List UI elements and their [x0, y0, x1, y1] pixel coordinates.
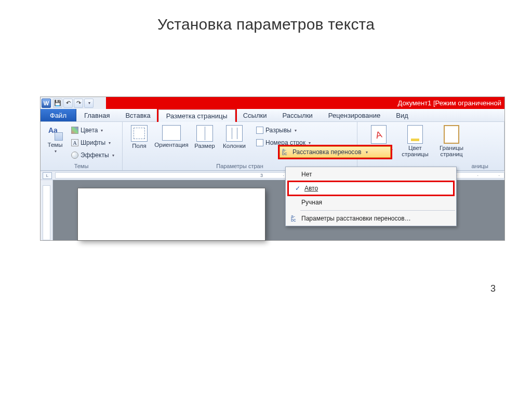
hyphenation-menu-manual-label: Ручная: [301, 199, 322, 206]
tab-file[interactable]: Файл: [41, 109, 76, 121]
qat-customize-icon[interactable]: ▾: [84, 99, 94, 108]
document-page[interactable]: [78, 188, 265, 240]
watermark-icon: [371, 125, 387, 144]
chevron-down-icon: ▾: [295, 128, 297, 133]
tab-mailings[interactable]: Рассылки: [275, 109, 321, 121]
orientation-button[interactable]: Ориентация: [153, 123, 190, 149]
page-color-icon: [407, 125, 423, 144]
font-icon: A: [71, 139, 78, 146]
theme-effects-button[interactable]: Эффекты ▾: [69, 149, 118, 161]
columns-label: Колонки: [223, 143, 246, 149]
hyphenation-menu-options[interactable]: a-bc Параметры расстановки переносов…: [286, 212, 456, 225]
orientation-label: Ориентация: [154, 142, 188, 148]
window-title-text: Документ1 [Режим ограниченной: [106, 97, 504, 109]
effects-icon: [71, 152, 78, 159]
page-borders-icon: [444, 125, 459, 144]
qat-save-icon[interactable]: 💾: [53, 99, 62, 108]
hyphenation-icon: a-bc: [282, 148, 289, 156]
hyphenation-menu-manual[interactable]: Ручная: [286, 196, 456, 209]
themes-icon: [47, 125, 63, 141]
breaks-icon: [256, 127, 263, 134]
tab-home[interactable]: Главная: [76, 109, 117, 121]
chevron-down-icon: ▾: [101, 128, 103, 133]
line-numbers-label: Номера строк: [265, 139, 305, 146]
page-color-button[interactable]: Цвет страницы: [398, 123, 432, 159]
hyphenation-button[interactable]: a-bc Расстановка переносов ▾: [280, 146, 391, 158]
breaks-label: Разрывы: [265, 127, 291, 134]
tab-page-layout[interactable]: Разметка страницы: [158, 109, 235, 122]
margins-button[interactable]: Поля: [127, 123, 152, 150]
qat-redo-icon[interactable]: ↷: [74, 99, 83, 108]
app-icon: W: [42, 99, 51, 108]
ruler-vertical[interactable]: [41, 180, 53, 240]
themes-group-label: Темы: [41, 163, 122, 169]
chevron-down-icon: ▾: [366, 150, 368, 155]
quick-access-toolbar: 💾 ↶ ↷ ▾: [53, 99, 94, 108]
hyphenation-menu-none-label: Нет: [301, 171, 312, 178]
orientation-icon: [162, 125, 181, 141]
size-icon: [196, 125, 213, 142]
chevron-down-icon: ▾: [112, 153, 114, 158]
page-borders-button[interactable]: Границы страниц: [435, 123, 468, 159]
ruler-corner-icon[interactable]: L: [43, 172, 52, 179]
slide-title: Установка параметров текста: [0, 16, 532, 33]
hyphenation-menu-auto-label: Авто: [304, 185, 318, 192]
theme-colors-button[interactable]: Цвета ▾: [69, 125, 118, 136]
theme-fonts-button[interactable]: A Шрифты ▾: [69, 137, 118, 148]
hyphenation-menu: Нет ✓ Авто Ручная a-bc Параметры расстан…: [285, 167, 457, 226]
palette-icon: [71, 127, 78, 134]
check-icon: ✓: [291, 185, 304, 192]
tab-view[interactable]: Вид: [388, 109, 416, 121]
ribbon-tabs: Файл Главная Вставка Разметка страницы С…: [41, 109, 504, 122]
hyphenation-menu-auto[interactable]: ✓ Авто: [289, 182, 453, 195]
line-numbers-icon: [256, 139, 263, 146]
chevron-down-icon: ▾: [109, 141, 111, 145]
themes-button[interactable]: Темы ▾: [44, 123, 66, 155]
columns-icon: [226, 125, 243, 142]
slide-page-number: 3: [490, 283, 496, 294]
theme-effects-label: Эффекты: [81, 152, 109, 159]
tab-references[interactable]: Ссылки: [235, 109, 275, 121]
size-button[interactable]: Размер: [191, 123, 218, 150]
hyphenation-menu-options-label: Параметры расстановки переносов…: [301, 215, 411, 222]
themes-button-label: Темы: [48, 142, 63, 148]
breaks-button[interactable]: Разрывы ▾: [254, 125, 314, 136]
tab-insert[interactable]: Вставка: [117, 109, 158, 121]
page-color-label: Цвет страницы: [398, 145, 432, 157]
ribbon-body: Темы ▾ Цвета ▾ A Шрифты ▾: [41, 122, 504, 171]
hyphenation-label: Расстановка переносов: [292, 148, 362, 156]
size-label: Размер: [194, 143, 215, 149]
hyphenation-options-icon: a-bc: [288, 215, 301, 222]
chevron-down-icon: ▾: [55, 149, 57, 154]
page-borders-label: Границы страниц: [436, 145, 467, 157]
theme-colors-label: Цвета: [81, 127, 98, 134]
margins-label: Поля: [132, 143, 146, 149]
theme-fonts-label: Шрифты: [81, 139, 105, 146]
word-screenshot: W 💾 ↶ ↷ ▾ Документ1 [Режим ограниченной …: [41, 97, 504, 240]
margins-icon: [131, 125, 148, 142]
chevron-down-icon: ▾: [309, 141, 311, 145]
hyphenation-menu-none[interactable]: Нет: [286, 168, 456, 181]
menu-separator: [300, 210, 455, 211]
tab-review[interactable]: Рецензирование: [321, 109, 388, 121]
columns-button[interactable]: Колонки: [219, 123, 249, 150]
qat-undo-icon[interactable]: ↶: [63, 99, 73, 108]
